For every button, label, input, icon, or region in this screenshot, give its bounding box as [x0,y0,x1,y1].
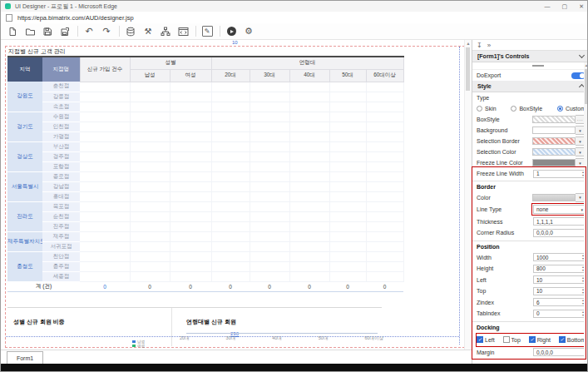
data-cell[interactable] [170,231,211,241]
data-cell[interactable] [80,161,130,171]
data-cell[interactable] [329,131,366,141]
store-cell[interactable]: 세종점 [42,271,80,281]
input-tabindex[interactable]: 0▴▾ [533,310,586,318]
data-cell[interactable] [130,171,170,181]
design-canvas[interactable]: 10 230 지점별 신규 고객 관리 지역 지점명 신규 가입 건수 성별 연… [1,40,472,350]
controls-header[interactable]: [Form1]'s Controls [472,51,588,62]
settings-icon[interactable]: ⚙ [242,26,255,37]
collapse-panel-icon[interactable]: » [487,42,491,49]
data-cell[interactable] [170,102,211,112]
data-cell[interactable] [130,201,170,211]
data-cell[interactable] [250,131,289,141]
data-cell[interactable] [366,251,403,261]
input-freeze-line-width[interactable]: 1▴▾ [533,170,586,178]
data-cell[interactable] [170,241,211,251]
data-cell[interactable] [170,141,211,151]
data-cell[interactable] [366,191,403,201]
panel-scroll-up-icon[interactable]: ▲ [584,62,588,68]
data-cell[interactable] [329,261,366,271]
data-cell[interactable] [130,181,170,191]
data-cell[interactable] [211,241,250,251]
data-cell[interactable] [211,102,250,112]
data-cell[interactable] [211,271,250,281]
data-cell[interactable] [366,261,403,271]
store-cell[interactable]: 서귀포점 [42,241,80,251]
data-cell[interactable] [211,122,250,131]
data-cell[interactable] [366,92,403,102]
data-cell[interactable] [289,131,329,141]
data-cell[interactable] [211,131,250,141]
input-height[interactable]: 800▴▾ [533,265,586,273]
store-cell[interactable]: 포항점 [42,161,80,171]
data-cell[interactable] [250,181,289,191]
data-cell[interactable] [130,261,170,271]
data-grid[interactable]: 지역 지점명 신규 가입 건수 성별 연령대 남성여성20대30대40대50대6… [7,56,404,292]
data-cell[interactable] [170,191,211,201]
run-icon[interactable] [225,26,238,37]
undo-icon[interactable]: ↶ [82,26,96,37]
database-icon[interactable] [124,26,137,37]
chevron-down-icon[interactable] [579,52,585,58]
scroll-up-icon[interactable]: ▲ [465,40,472,47]
data-cell[interactable] [329,231,366,241]
data-cell[interactable] [80,151,130,161]
data-cell[interactable] [130,82,170,92]
swatch-color[interactable] [532,194,576,201]
data-cell[interactable] [80,231,130,241]
data-cell[interactable] [329,241,366,251]
redo-icon[interactable]: ↷ [100,26,113,37]
data-cell[interactable] [170,131,211,141]
data-cell[interactable] [289,251,329,261]
checkbox-bottom[interactable]: ✓Bottom [559,336,586,343]
radio-custom[interactable]: Custom [557,106,586,112]
data-cell[interactable] [289,112,329,122]
data-cell[interactable] [289,221,329,231]
data-cell[interactable] [366,231,403,241]
sitemap-icon[interactable] [159,26,172,37]
data-cell[interactable] [250,92,289,102]
swatch-boxstyle[interactable] [532,116,576,123]
data-cell[interactable] [329,181,366,191]
data-cell[interactable] [329,171,366,181]
data-cell[interactable] [289,181,329,191]
data-cell[interactable] [130,271,170,281]
data-cell[interactable] [366,151,403,161]
input-top[interactable]: 10▴▾ [533,287,586,295]
store-cell[interactable]: 순천점 [42,211,80,221]
data-cell[interactable] [366,141,403,151]
data-cell[interactable] [250,122,289,131]
data-cell[interactable] [250,191,289,201]
data-cell[interactable] [289,271,329,281]
data-cell[interactable] [250,82,289,92]
data-cell[interactable] [366,171,403,181]
data-cell[interactable] [366,161,403,171]
store-cell[interactable]: 전주점 [42,221,80,231]
store-cell[interactable]: 목포점 [42,201,80,211]
swatch-background[interactable] [532,126,576,134]
data-cell[interactable] [211,112,250,122]
data-cell[interactable] [250,211,289,221]
data-cell[interactable] [211,181,250,191]
data-cell[interactable] [130,251,170,261]
data-cell[interactable] [211,151,250,161]
data-cell[interactable] [211,92,250,102]
data-cell[interactable] [366,181,403,191]
data-cell[interactable] [366,122,403,131]
data-cell[interactable] [80,211,130,221]
data-cell[interactable] [130,231,170,241]
data-cell[interactable] [250,161,289,171]
region-cell[interactable]: 강원도 [7,82,42,112]
swatch-selection-color[interactable] [532,148,576,156]
url-text[interactable]: https://epa.bimatrix.com/AUD/designer.js… [17,14,134,22]
data-cell[interactable] [130,131,170,141]
data-cell[interactable] [366,241,403,251]
data-cell[interactable] [170,161,211,171]
region-cell[interactable]: 제주특별자치도 [7,231,42,251]
store-cell[interactable]: 충주점 [42,261,80,271]
checkbox-left[interactable]: ✓Left [477,336,495,343]
edit-icon[interactable]: ✎ [200,26,214,37]
data-cell[interactable] [80,122,130,131]
data-cell[interactable] [250,112,289,122]
checkbox-right[interactable]: ✓Right [529,336,551,343]
data-cell[interactable] [250,231,289,241]
